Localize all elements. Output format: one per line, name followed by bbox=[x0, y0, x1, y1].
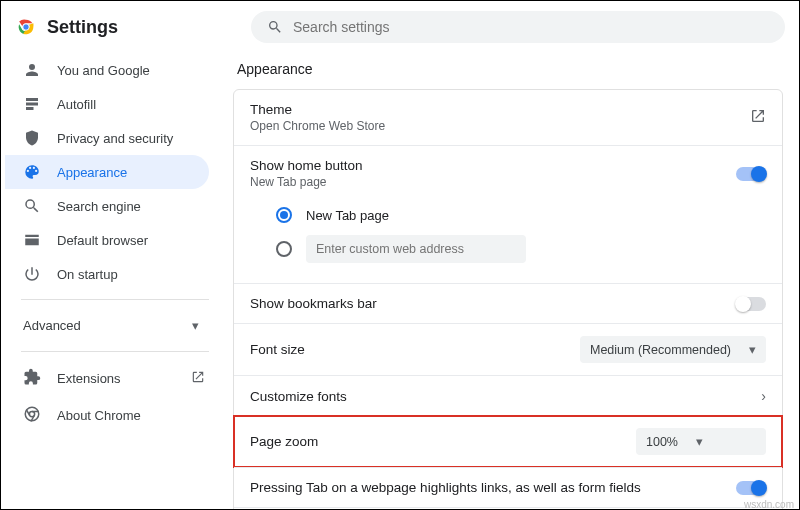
home-button-subtitle: New Tab page bbox=[250, 175, 724, 189]
content-area: Appearance Theme Open Chrome Web Store S… bbox=[217, 49, 799, 509]
customize-fonts-title: Customize fonts bbox=[250, 389, 749, 404]
search-box[interactable] bbox=[251, 11, 785, 43]
search-input[interactable] bbox=[293, 19, 769, 35]
sidebar-item-label: Default browser bbox=[57, 233, 148, 248]
bookmarks-toggle[interactable] bbox=[736, 297, 766, 311]
sidebar-item-label: On startup bbox=[57, 267, 118, 282]
sidebar-item-default-browser[interactable]: Default browser bbox=[5, 223, 209, 257]
autofill-icon bbox=[23, 95, 41, 113]
chevron-right-icon: › bbox=[761, 388, 766, 404]
section-heading: Appearance bbox=[237, 61, 783, 77]
sidebar-item-search-engine[interactable]: Search engine bbox=[5, 189, 209, 223]
home-button-toggle[interactable] bbox=[736, 167, 766, 181]
sidebar-item-privacy[interactable]: Privacy and security bbox=[5, 121, 209, 155]
home-button-radio-group: New Tab page bbox=[234, 201, 782, 283]
row-tab-highlight: Pressing Tab on a webpage highlights lin… bbox=[234, 467, 782, 507]
sidebar-item-label: Autofill bbox=[57, 97, 96, 112]
sidebar-item-label: Search engine bbox=[57, 199, 141, 214]
page-zoom-value: 100% bbox=[646, 435, 678, 449]
tab-highlight-title: Pressing Tab on a webpage highlights lin… bbox=[250, 480, 724, 495]
sidebar-item-appearance[interactable]: Appearance bbox=[5, 155, 209, 189]
divider bbox=[21, 351, 209, 352]
search-icon bbox=[23, 197, 41, 215]
row-bookmarks-bar: Show bookmarks bar bbox=[234, 283, 782, 323]
shield-icon bbox=[23, 129, 41, 147]
sidebar-advanced-label: Advanced bbox=[23, 318, 81, 333]
row-home-button: Show home button New Tab page bbox=[234, 145, 782, 201]
radio-checked-icon[interactable] bbox=[276, 207, 292, 223]
row-theme[interactable]: Theme Open Chrome Web Store bbox=[234, 90, 782, 145]
font-size-value: Medium (Recommended) bbox=[590, 343, 731, 357]
row-quit-warning: Show warning before quitting with ⌘Q bbox=[234, 507, 782, 509]
row-page-zoom: Page zoom 100% ▾ bbox=[233, 415, 783, 468]
sidebar-item-autofill[interactable]: Autofill bbox=[5, 87, 209, 121]
sidebar-item-extensions[interactable]: Extensions bbox=[5, 360, 217, 397]
bookmarks-title: Show bookmarks bar bbox=[250, 296, 724, 311]
chrome-outline-icon bbox=[23, 405, 41, 426]
theme-title: Theme bbox=[250, 102, 738, 117]
caret-down-icon: ▾ bbox=[696, 434, 703, 449]
watermark: wsxdn.com bbox=[744, 499, 794, 510]
page-title: Settings bbox=[47, 17, 118, 38]
browser-icon bbox=[23, 231, 41, 249]
appearance-card: Theme Open Chrome Web Store Show home bu… bbox=[233, 89, 783, 509]
paint-icon bbox=[23, 163, 41, 181]
sidebar-item-you-and-google[interactable]: You and Google bbox=[5, 53, 209, 87]
radio-unchecked-icon[interactable] bbox=[276, 241, 292, 257]
home-button-title: Show home button bbox=[250, 158, 724, 173]
extension-icon bbox=[23, 368, 41, 389]
page-zoom-title: Page zoom bbox=[250, 434, 624, 449]
row-font-size: Font size Medium (Recommended) ▾ bbox=[234, 323, 782, 375]
font-size-title: Font size bbox=[250, 342, 568, 357]
sidebar-item-label: Extensions bbox=[57, 371, 121, 386]
page-zoom-select[interactable]: 100% ▾ bbox=[636, 428, 766, 455]
search-icon bbox=[267, 19, 283, 35]
chevron-down-icon: ▾ bbox=[192, 318, 199, 333]
custom-url-input[interactable] bbox=[306, 235, 526, 263]
font-size-select[interactable]: Medium (Recommended) ▾ bbox=[580, 336, 766, 363]
brand-area: Settings bbox=[15, 16, 239, 38]
sidebar-item-on-startup[interactable]: On startup bbox=[5, 257, 209, 291]
top-bar: Settings bbox=[1, 1, 799, 49]
sidebar-item-label: You and Google bbox=[57, 63, 150, 78]
caret-down-icon: ▾ bbox=[749, 342, 756, 357]
radio-label: New Tab page bbox=[306, 208, 389, 223]
sidebar-item-label: About Chrome bbox=[57, 408, 141, 423]
radio-option-custom[interactable] bbox=[276, 229, 766, 269]
person-icon bbox=[23, 61, 41, 79]
open-external-icon bbox=[191, 370, 205, 387]
divider bbox=[21, 299, 209, 300]
radio-option-newtab[interactable]: New Tab page bbox=[276, 201, 766, 229]
power-icon bbox=[23, 265, 41, 283]
row-customize-fonts[interactable]: Customize fonts › bbox=[234, 375, 782, 416]
sidebar-advanced[interactable]: Advanced ▾ bbox=[5, 308, 217, 343]
sidebar-item-label: Privacy and security bbox=[57, 131, 173, 146]
sidebar: You and Google Autofill Privacy and secu… bbox=[1, 49, 217, 509]
open-external-icon[interactable] bbox=[750, 108, 766, 127]
tab-highlight-toggle[interactable] bbox=[736, 481, 766, 495]
chrome-logo-icon bbox=[15, 16, 37, 38]
sidebar-item-about[interactable]: About Chrome bbox=[5, 397, 217, 434]
theme-subtitle: Open Chrome Web Store bbox=[250, 119, 738, 133]
sidebar-item-label: Appearance bbox=[57, 165, 127, 180]
